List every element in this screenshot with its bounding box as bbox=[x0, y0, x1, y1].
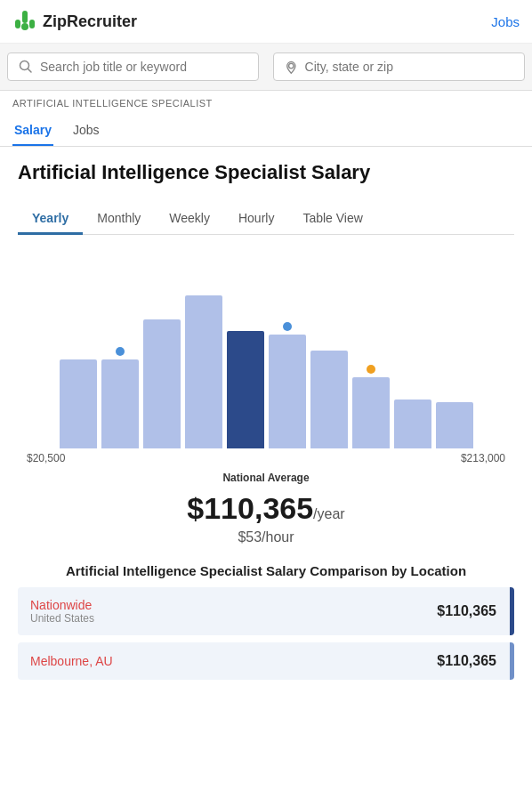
comparison-bar-nationwide bbox=[510, 587, 514, 635]
breadcrumb: ARTIFICIAL INTELLIGENCE SPECIALIST bbox=[0, 91, 532, 116]
tab-monthly[interactable]: Monthly bbox=[83, 202, 155, 234]
tab-weekly[interactable]: Weekly bbox=[155, 202, 224, 234]
svg-rect-3 bbox=[29, 20, 35, 28]
logo: ZipRecruiter bbox=[12, 9, 137, 34]
comparison-city-melbourne: Melbourne, AU bbox=[30, 654, 113, 668]
location-search-input[interactable] bbox=[305, 60, 513, 74]
comparison-title: Artificial Intelligence Specialist Salar… bbox=[18, 563, 514, 578]
tab-table-view[interactable]: Table View bbox=[288, 202, 376, 234]
salary-hourly-suffix: /hour bbox=[262, 529, 294, 545]
comparison-row-melbourne: Melbourne, AU $110,365 bbox=[18, 642, 514, 680]
comparison-city-nationwide: Nationwide bbox=[30, 598, 94, 612]
location-icon bbox=[285, 60, 298, 74]
comparison-salary-nationwide: $110,365 bbox=[437, 603, 496, 619]
svg-point-4 bbox=[21, 23, 28, 30]
bar-6 bbox=[269, 335, 306, 448]
svg-rect-1 bbox=[22, 11, 28, 23]
job-search-input[interactable] bbox=[40, 60, 247, 74]
main-content: Artificial Intelligence Specialist Salar… bbox=[0, 147, 532, 694]
svg-line-6 bbox=[28, 69, 32, 73]
page-title: Artificial Intelligence Specialist Salar… bbox=[18, 161, 514, 184]
tab-yearly[interactable]: Yearly bbox=[18, 202, 83, 234]
search-bar bbox=[0, 44, 532, 91]
nav-jobs[interactable]: Jobs bbox=[71, 116, 101, 146]
salary-tabs: Yearly Monthly Weekly Hourly Table View bbox=[18, 202, 514, 235]
page-nav: Salary Jobs bbox=[0, 116, 532, 147]
salary-chart: $20,500 $213,000 National Average bbox=[18, 253, 514, 484]
logo-icon bbox=[12, 9, 37, 34]
comparison-row-nationwide: Nationwide United States $110,365 bbox=[18, 587, 514, 635]
bar-10 bbox=[436, 402, 473, 448]
salary-display: $110,365/year bbox=[18, 491, 514, 526]
location-search-wrap bbox=[273, 52, 525, 81]
salary-hourly-amount: $53 bbox=[238, 529, 262, 545]
chart-labels: $20,500 $213,000 bbox=[18, 448, 514, 468]
comparison-location-melbourne: Melbourne, AU bbox=[30, 654, 113, 668]
bar-8 bbox=[352, 377, 390, 448]
nav-salary[interactable]: Salary bbox=[12, 116, 53, 146]
salary-yearly-amount: $110,365 bbox=[187, 491, 313, 525]
chart-min-label: $20,500 bbox=[27, 452, 65, 464]
bar-9 bbox=[394, 400, 431, 448]
svg-rect-2 bbox=[15, 20, 20, 28]
tab-hourly[interactable]: Hourly bbox=[224, 202, 288, 234]
header: ZipRecruiter Jobs bbox=[0, 0, 532, 44]
jobs-link[interactable]: Jobs bbox=[491, 14, 520, 29]
bar-4 bbox=[185, 295, 222, 448]
svg-point-7 bbox=[289, 63, 294, 68]
chart-max-label: $213,000 bbox=[461, 452, 505, 464]
comparison-bar-melbourne bbox=[510, 642, 514, 680]
comparison-location-nationwide: Nationwide United States bbox=[30, 598, 94, 625]
job-search-wrap bbox=[7, 52, 259, 81]
bar-2 bbox=[101, 359, 139, 448]
comparison-salary-melbourne: $110,365 bbox=[437, 653, 496, 669]
national-avg-label: National Average bbox=[18, 472, 514, 484]
salary-hourly-display: $53/hour bbox=[18, 529, 514, 545]
bar-7 bbox=[310, 351, 348, 448]
bar-1 bbox=[60, 359, 97, 448]
bar-3 bbox=[143, 319, 181, 448]
logo-text: ZipRecruiter bbox=[43, 12, 137, 31]
salary-yearly-suffix: /year bbox=[313, 506, 345, 521]
bar-5-national bbox=[227, 331, 264, 448]
comparison-country-nationwide: United States bbox=[30, 612, 94, 625]
search-icon bbox=[19, 60, 33, 74]
